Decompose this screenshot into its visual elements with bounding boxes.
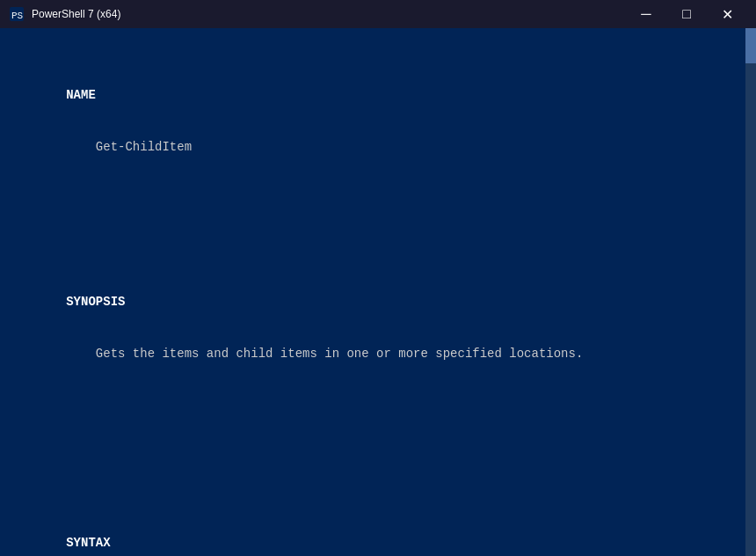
window-controls: ─ □ ✕ xyxy=(626,0,747,28)
close-button[interactable]: ✕ xyxy=(707,0,747,28)
name-header: NAME xyxy=(66,88,96,102)
synopsis-section: SYNOPSIS Gets the items and child items … xyxy=(7,276,735,483)
scrollbar[interactable] xyxy=(745,28,756,556)
terminal-content: NAME Get-ChildItem SYNOPSIS Gets the ite… xyxy=(7,35,749,556)
syntax-header: SYNTAX xyxy=(66,536,110,550)
maximize-button[interactable]: □ xyxy=(666,0,707,28)
powershell-window: PS PowerShell 7 (x64) ─ □ ✕ NAME Get-Chi… xyxy=(0,0,756,556)
scrollbar-thumb[interactable] xyxy=(745,28,756,63)
titlebar: PS PowerShell 7 (x64) ─ □ ✕ xyxy=(0,0,756,28)
synopsis-content: Gets the items and child items in one or… xyxy=(66,347,583,361)
name-content: Get-ChildItem xyxy=(66,140,192,154)
syntax-section: SYNTAX Get-ChildItem [[-Filter] <System.… xyxy=(7,518,735,556)
name-section: NAME Get-ChildItem xyxy=(7,70,735,242)
window-title: PowerShell 7 (x64) xyxy=(32,8,626,20)
synopsis-header: SYNOPSIS xyxy=(66,295,125,309)
app-icon: PS xyxy=(9,6,25,22)
minimize-button[interactable]: ─ xyxy=(626,0,666,28)
svg-text:PS: PS xyxy=(11,11,24,21)
terminal-body[interactable]: NAME Get-ChildItem SYNOPSIS Gets the ite… xyxy=(0,28,756,556)
